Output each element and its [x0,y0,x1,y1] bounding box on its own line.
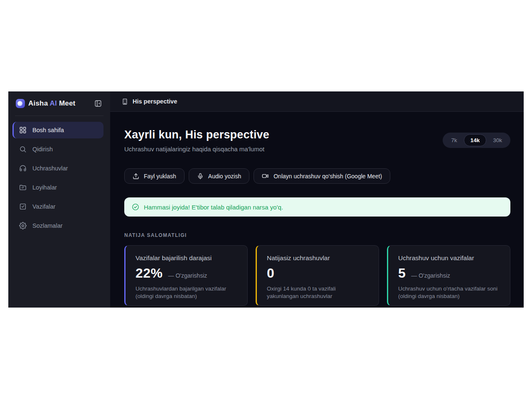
sidebar-item-label: Qidirish [32,146,53,153]
sidebar-collapse-button[interactable] [93,98,103,109]
stat-cards: Vazifalar bajarilish darajasi 22% — O'zg… [124,245,510,306]
brand-part-aisha: Aisha [28,99,48,107]
folder-icon [19,184,27,191]
brand-part-meet: Meet [59,99,76,107]
page-title: Xayrli kun, His perspective [124,128,269,141]
workspace-title: His perspective [133,98,177,105]
stat-value-row: 22% — O'zgarishsiz [135,266,237,281]
sidebar-item-loyihalar[interactable]: Loyihalar [12,179,103,196]
stat-value-row: 0 [267,266,369,281]
headphones-icon [19,165,27,172]
building-icon [121,98,128,105]
sidebar-item-label: Bosh sahifa [32,127,64,133]
stat-value: 22% [135,266,163,281]
brand-part-ai: AI [50,99,57,107]
stat-card-no-result-meetings: Natijasiz uchrashuvlar 0 Oxirgi 14 kunda… [256,245,379,306]
sidebar-item-vazifalar[interactable]: Vazifalar [12,198,103,215]
stat-change: — O'zgarishsiz [168,272,207,279]
hero-row: Xayrli kun, His perspective Uchrashuv na… [124,128,510,153]
app-window: Aisha AI Meet Bosh sahifa Qidirish [8,91,524,308]
sidebar-item-qidirish[interactable]: Qidirish [12,141,103,158]
section-title: NATIJA SALOMATLIGI [124,232,510,238]
search-icon [19,145,27,153]
sidebar-header: Aisha AI Meet [8,91,110,116]
sidebar-item-label: Uchrashuvlar [32,165,68,172]
task-check-icon [19,203,27,210]
sidebar-item-label: Vazifalar [32,203,55,210]
sidebar-divider [15,116,103,116]
status-alert-text: Hammasi joyida! E'tibor talab qiladigan … [144,204,283,211]
upload-file-button[interactable]: Fayl yuklash [124,168,185,184]
stat-value: 5 [398,266,406,281]
brand-name: Aisha AI Meet [28,99,75,108]
range-option-30k[interactable]: 30k [486,134,509,146]
stat-description: Uchrashuv uchun o'rtacha vazifalar soni … [398,285,500,300]
range-option-7k[interactable]: 7k [444,134,463,146]
brand-logo: Aisha AI Meet [16,99,75,108]
sidebar-item-bosh-sahifa[interactable]: Bosh sahifa [12,122,103,138]
video-camera-icon [262,172,269,180]
actions-row: Fayl yuklash Audio yozish Onlayn uchrash… [124,168,510,184]
page-subtitle: Uchrashuv natijalaringiz haqida qisqacha… [124,145,269,153]
range-option-14k[interactable]: 14k [464,134,487,146]
stat-card-title: Uchrashuv uchun vazifalar [398,254,500,262]
sidebar-item-sozlamalar[interactable]: Sozlamalar [12,217,103,234]
sidebar-item-label: Sozlamalar [32,222,63,229]
stat-value-row: 5 — O'zgarishsiz [398,266,500,281]
sidebar: Aisha AI Meet Bosh sahifa Qidirish [8,91,110,308]
record-audio-label: Audio yozish [208,173,241,180]
microphone-icon [197,173,204,180]
stat-change: — O'zgarishsiz [411,272,450,279]
add-online-meeting-label: Onlayn uchrashuv qo'shish (Google Meet) [273,173,382,180]
check-circle-icon [132,203,139,211]
topbar: His perspective [110,91,524,112]
status-alert: Hammasi joyida! E'tibor talab qiladigan … [124,197,510,217]
stat-description: Oxirgi 14 kunda 0 ta vazifali yakunlanga… [267,285,369,300]
stat-card-tasks-per-meeting: Uchrashuv uchun vazifalar 5 — O'zgarishs… [387,245,510,306]
dashboard-grid-icon [19,126,27,134]
gear-icon [19,222,27,229]
upload-file-label: Fayl yuklash [144,173,176,180]
greeting-block: Xayrli kun, His perspective Uchrashuv na… [124,128,269,153]
stat-card-title: Natijasiz uchrashuvlar [267,254,369,262]
sidebar-item-label: Loyihalar [32,184,57,191]
dashboard-content: Xayrli kun, His perspective Uchrashuv na… [110,112,524,308]
panel-left-close-icon [94,100,102,107]
sidebar-item-uchrashuvlar[interactable]: Uchrashuvlar [12,160,103,177]
add-online-meeting-button[interactable]: Onlayn uchrashuv qo'shish (Google Meet) [254,168,390,184]
record-audio-button[interactable]: Audio yozish [189,168,249,184]
sidebar-nav: Bosh sahifa Qidirish Uchrashuvlar Loyiha… [8,122,110,236]
stat-description: Uchrashuvlardan bajarilgan vazifalar (ol… [135,285,237,300]
stat-card-title: Vazifalar bajarilish darajasi [135,254,237,262]
main-area: His perspective Xayrli kun, His perspect… [110,91,524,308]
upload-icon [133,173,139,180]
aisha-logo-icon [16,99,25,108]
stat-card-task-completion: Vazifalar bajarilish darajasi 22% — O'zg… [124,245,248,306]
stat-value: 0 [267,266,274,281]
range-toggle: 7k 14k 30k [443,133,510,148]
